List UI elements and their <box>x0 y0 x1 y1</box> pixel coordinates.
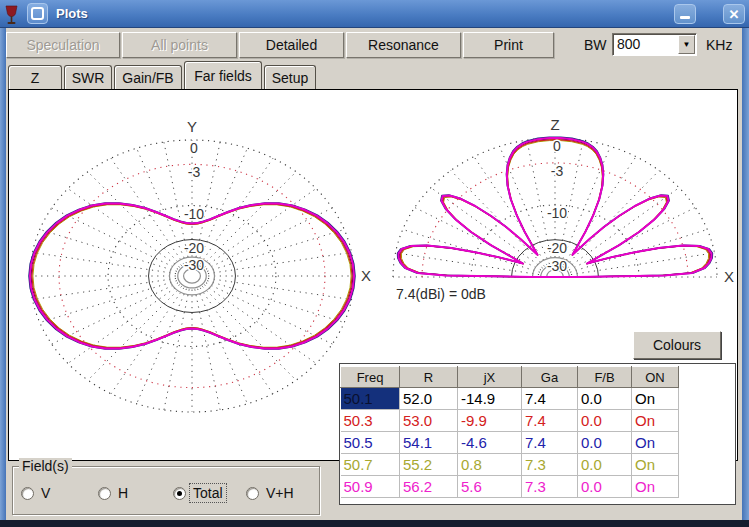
window-resize-left[interactable] <box>0 28 6 521</box>
freq-cell-selected[interactable]: 50.1 <box>341 388 400 410</box>
gain-reference-annotation: 7.4(dBi) = 0dB <box>396 286 486 302</box>
table-row: 50.5 54.1 -4.6 7.4 0.0 On <box>341 432 679 454</box>
on-toggle-cell[interactable]: On <box>632 410 679 432</box>
svg-text:Z: Z <box>550 116 559 133</box>
radio-checked-icon[interactable] <box>173 487 186 500</box>
bw-dropdown-button[interactable]: ▼ <box>678 35 695 54</box>
radio-v-plus-h[interactable]: V+H <box>246 485 296 501</box>
print-button[interactable]: Print <box>463 32 554 58</box>
table-cell: 7.4 <box>522 388 578 410</box>
table-cell: 0.0 <box>578 476 632 498</box>
close-icon: ✕ <box>729 8 740 21</box>
radio-icon[interactable] <box>246 487 259 500</box>
freq-cell[interactable]: 50.5 <box>341 432 400 454</box>
table-header-row: Freq R jX Ga F/B ON <box>341 367 679 388</box>
table-cell: 56.2 <box>400 476 458 498</box>
bw-combobox[interactable]: ▼ <box>612 33 697 56</box>
table-cell: 54.1 <box>400 432 458 454</box>
freq-cell[interactable]: 50.3 <box>341 410 400 432</box>
radio-total-label: Total <box>191 485 225 501</box>
table-cell: 7.3 <box>522 454 578 476</box>
svg-text:-3: -3 <box>551 163 564 179</box>
col-header-ga[interactable]: Ga <box>522 367 578 388</box>
chevron-down-icon: ▼ <box>683 41 691 49</box>
tab-z[interactable]: Z <box>8 65 62 89</box>
svg-text:-30: -30 <box>547 258 567 274</box>
tab-strip: Z SWR Gain/FB Far fields Setup <box>8 60 744 89</box>
table-cell: 7.3 <box>522 476 578 498</box>
radio-total[interactable]: Total <box>173 485 225 501</box>
col-header-on[interactable]: ON <box>632 367 679 388</box>
table-cell: 0.8 <box>458 454 522 476</box>
table-cell: 0.0 <box>578 454 632 476</box>
window-resize-right[interactable] <box>742 28 749 521</box>
radio-v[interactable]: V <box>21 485 52 501</box>
window-menu-icon[interactable] <box>27 3 48 24</box>
on-toggle-cell[interactable]: On <box>632 454 679 476</box>
table-cell: 52.0 <box>400 388 458 410</box>
table-cell: -14.9 <box>458 388 522 410</box>
fields-legend: Field(s) <box>19 458 72 474</box>
col-header-jx[interactable]: jX <box>458 367 522 388</box>
radio-icon[interactable] <box>98 487 111 500</box>
fields-groupbox: Field(s) V H Total V+H <box>12 466 320 515</box>
table-cell: 7.4 <box>522 410 578 432</box>
on-toggle-cell[interactable]: On <box>632 388 679 410</box>
titlebar[interactable]: Plots ✕ <box>0 0 749 28</box>
freq-cell[interactable]: 50.7 <box>341 454 400 476</box>
wine-glass-icon <box>4 5 19 25</box>
window-title: Plots <box>56 6 88 21</box>
radio-v-label: V <box>39 485 52 501</box>
minimize-icon <box>680 16 690 19</box>
toolbar: Speculation All points Detailed Resonanc… <box>6 28 742 60</box>
table-cell: 0.0 <box>578 432 632 454</box>
tab-gain-fb[interactable]: Gain/FB <box>114 65 182 89</box>
table-cell: -9.9 <box>458 410 522 432</box>
tab-swr[interactable]: SWR <box>64 65 112 89</box>
col-header-freq[interactable]: Freq <box>341 367 400 388</box>
table-row: 50.1 52.0 -14.9 7.4 0.0 On <box>341 388 679 410</box>
tab-far-fields[interactable]: Far fields <box>184 61 262 89</box>
col-header-fb[interactable]: F/B <box>578 367 632 388</box>
svg-text:-10: -10 <box>184 206 204 222</box>
all-points-button[interactable]: All points <box>122 32 237 58</box>
svg-text:-20: -20 <box>547 240 567 256</box>
svg-text:-3: -3 <box>188 164 201 180</box>
radio-icon[interactable] <box>21 487 34 500</box>
table-cell: 0.0 <box>578 388 632 410</box>
table-cell: 7.4 <box>522 432 578 454</box>
svg-text:-20: -20 <box>184 240 204 256</box>
on-toggle-cell[interactable]: On <box>632 432 679 454</box>
radio-h[interactable]: H <box>98 485 130 501</box>
svg-text:X: X <box>361 267 371 284</box>
speculation-button[interactable]: Speculation <box>6 32 120 58</box>
table-cell: 53.0 <box>400 410 458 432</box>
window-resize-bottom[interactable] <box>0 520 749 527</box>
frequency-table: Freq R jX Ga F/B ON 50.1 52.0 -14.9 7.4 … <box>340 366 679 498</box>
svg-text:-30: -30 <box>184 257 204 273</box>
table-cell: -4.6 <box>458 432 522 454</box>
bw-input[interactable] <box>615 35 677 52</box>
resonance-button[interactable]: Resonance <box>346 32 461 58</box>
table-cell: 55.2 <box>400 454 458 476</box>
radio-h-label: H <box>116 485 130 501</box>
radio-v-plus-h-label: V+H <box>264 485 296 501</box>
freq-cell[interactable]: 50.9 <box>341 476 400 498</box>
svg-text:-10: -10 <box>547 205 567 221</box>
table-cell: 5.6 <box>458 476 522 498</box>
colours-button[interactable]: Colours <box>633 331 721 359</box>
khz-unit-label: KHz <box>706 37 732 53</box>
table-row: 50.9 56.2 5.6 7.3 0.0 On <box>341 476 679 498</box>
svg-text:0: 0 <box>190 140 198 156</box>
col-header-r[interactable]: R <box>400 367 458 388</box>
plots-window: { "titlebar": { "title": "Plots", "minim… <box>0 0 749 527</box>
detailed-button[interactable]: Detailed <box>239 32 344 58</box>
table-cell: 0.0 <box>578 410 632 432</box>
minimize-button[interactable] <box>674 4 696 24</box>
on-toggle-cell[interactable]: On <box>632 476 679 498</box>
close-button[interactable]: ✕ <box>723 4 745 24</box>
tab-setup[interactable]: Setup <box>264 65 316 89</box>
svg-text:X: X <box>724 268 734 285</box>
svg-text:0: 0 <box>553 138 561 154</box>
bw-label: BW <box>584 37 607 53</box>
